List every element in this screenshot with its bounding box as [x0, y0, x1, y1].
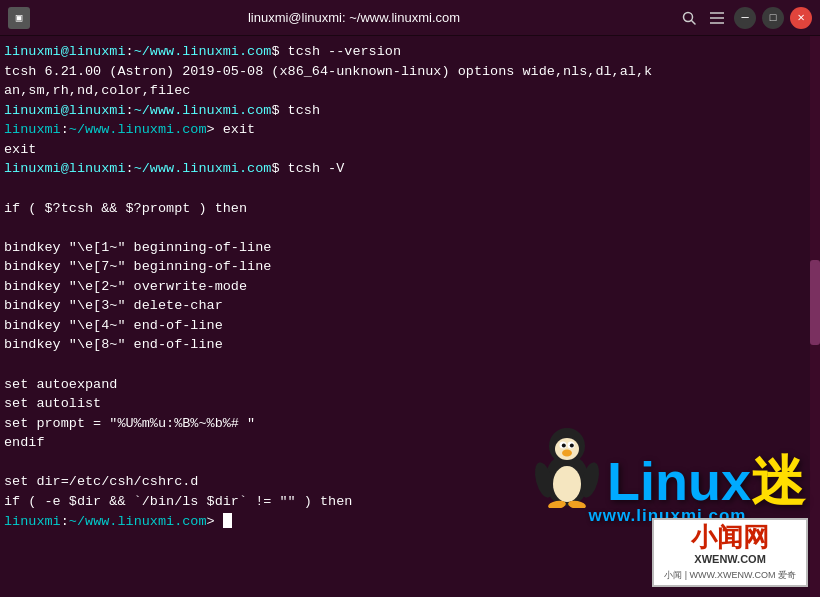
- watermark-box-title: 小闻网: [664, 523, 796, 552]
- terminal-line-blank1: [4, 179, 814, 199]
- terminal-line-11: bindkey "\e[2~" overwrite-mode: [4, 277, 814, 297]
- close-button[interactable]: ✕: [790, 7, 812, 29]
- search-icon[interactable]: [678, 7, 700, 29]
- terminal-line-5: linuxmi:~/www.linuxmi.com> exit: [4, 120, 814, 140]
- terminal[interactable]: linuxmi@linuxmi:~/www.linuxmi.com$ tcsh …: [0, 36, 820, 597]
- svg-line-1: [692, 20, 696, 24]
- watermark-box-footer: 小闻 | WWW.XWENW.COM 爱奇: [664, 569, 796, 582]
- watermark-box-subtitle: XWENW.COM: [664, 552, 796, 568]
- terminal-line-14: bindkey "\e[8~" end-of-line: [4, 335, 814, 355]
- terminal-line-6: exit: [4, 140, 814, 160]
- terminal-line-15: set autoexpand: [4, 375, 814, 395]
- terminal-line-3: an,sm,rh,nd,color,filec: [4, 81, 814, 101]
- terminal-line-9: bindkey "\e[1~" beginning-of-line: [4, 238, 814, 258]
- scrollbar[interactable]: [810, 36, 820, 597]
- terminal-line-18: endif: [4, 433, 814, 453]
- terminal-line-blank2: [4, 218, 814, 238]
- terminal-line-20: if ( -e $dir && `/bin/ls $dir` != "" ) t…: [4, 492, 814, 512]
- terminal-line-2: tcsh 6.21.00 (Astron) 2019-05-08 (x86_64…: [4, 62, 814, 82]
- terminal-line-blank3: [4, 355, 814, 375]
- app-icon: ▣: [8, 7, 30, 29]
- terminal-line-7: linuxmi@linuxmi:~/www.linuxmi.com$ tcsh …: [4, 159, 814, 179]
- maximize-button[interactable]: □: [762, 7, 784, 29]
- terminal-line-8: if ( $?tcsh && $?prompt ) then: [4, 199, 814, 219]
- titlebar-left: ▣: [8, 7, 30, 29]
- terminal-line-4: linuxmi@linuxmi:~/www.linuxmi.com$ tcsh: [4, 101, 814, 121]
- terminal-line-17: set prompt = "%U%m%u:%B%~%b%# ": [4, 414, 814, 434]
- titlebar-title: linuxmi@linuxmi: ~/www.linuxmi.com: [30, 10, 678, 25]
- terminal-line-12: bindkey "\e[3~" delete-char: [4, 296, 814, 316]
- terminal-line-16: set autolist: [4, 394, 814, 414]
- scrollbar-thumb[interactable]: [810, 260, 820, 344]
- terminal-line-10: bindkey "\e[7~" beginning-of-line: [4, 257, 814, 277]
- terminal-line-1: linuxmi@linuxmi:~/www.linuxmi.com$ tcsh …: [4, 42, 814, 62]
- terminal-line-19: set dir=/etc/csh/cshrc.d: [4, 472, 814, 492]
- watermark-box: 小闻网 XWENW.COM 小闻 | WWW.XWENW.COM 爱奇: [652, 518, 808, 587]
- titlebar-controls: — □ ✕: [678, 7, 812, 29]
- minimize-button[interactable]: —: [734, 7, 756, 29]
- titlebar: ▣ linuxmi@linuxmi: ~/www.linuxmi.com — □…: [0, 0, 820, 36]
- terminal-line-13: bindkey "\e[4~" end-of-line: [4, 316, 814, 336]
- terminal-line-blank4: [4, 453, 814, 473]
- menu-icon[interactable]: [706, 7, 728, 29]
